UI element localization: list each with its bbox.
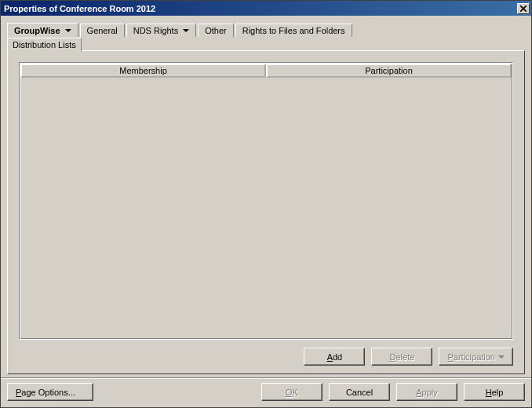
subtab-distribution-lists[interactable]: Distribution Lists <box>7 38 82 51</box>
add-button[interactable]: Add <box>304 348 365 366</box>
ok-button: OK <box>261 383 322 401</box>
properties-dialog: Properties of Conference Room 2012 Group… <box>0 0 532 408</box>
cancel-button-label: Cancel <box>346 388 373 397</box>
tab-rights-files-folders[interactable]: Rights to Files and Folders <box>235 24 352 37</box>
delete-button: Delete <box>371 348 432 366</box>
client-area: GroupWise General NDS Rights Other Right… <box>1 16 531 377</box>
participation-button: Participation <box>439 348 513 366</box>
grid-frame: Membership Participation <box>19 62 513 340</box>
apply-button: Apply <box>396 383 457 401</box>
column-header-membership[interactable]: Membership <box>20 64 266 78</box>
titlebar-text: Properties of Conference Room 2012 <box>4 4 155 13</box>
tab-groupwise-label: GroupWise <box>14 26 60 35</box>
grid-header: Membership Participation <box>20 64 512 78</box>
grid-button-row: Add Delete Participation <box>19 348 513 366</box>
subtab-strip: Distribution Lists <box>7 36 525 51</box>
tab-rights-files-label: Rights to Files and Folders <box>242 26 345 35</box>
dialog-footer: Page Options... OK Cancel Apply Help <box>1 377 531 407</box>
page-options-button[interactable]: Page Options... <box>7 383 93 401</box>
tab-general-label: General <box>87 26 118 35</box>
titlebar[interactable]: Properties of Conference Room 2012 <box>1 1 531 16</box>
chevron-down-icon <box>65 29 71 32</box>
grid-body[interactable] <box>20 78 512 338</box>
tab-other-label: Other <box>205 26 227 35</box>
cancel-button[interactable]: Cancel <box>329 383 390 401</box>
column-header-membership-label: Membership <box>119 66 167 75</box>
column-header-participation[interactable]: Participation <box>266 64 512 78</box>
tab-general[interactable]: General <box>80 24 125 37</box>
tab-nds-rights-label: NDS Rights <box>133 26 178 35</box>
subtab-distribution-lists-label: Distribution Lists <box>13 40 76 49</box>
chevron-down-icon <box>498 355 505 359</box>
tab-nds-rights[interactable]: NDS Rights <box>126 24 196 37</box>
chevron-down-icon <box>183 29 189 32</box>
tab-groupwise[interactable]: GroupWise <box>7 23 78 37</box>
tab-strip: GroupWise General NDS Rights Other Right… <box>7 22 525 37</box>
close-icon <box>520 5 527 12</box>
help-button[interactable]: Help <box>464 383 525 401</box>
close-button[interactable] <box>517 3 530 14</box>
column-header-participation-label: Participation <box>365 66 413 75</box>
panel-distribution-lists: Membership Participation Add Delete Part… <box>7 50 525 374</box>
tab-other[interactable]: Other <box>198 24 234 37</box>
